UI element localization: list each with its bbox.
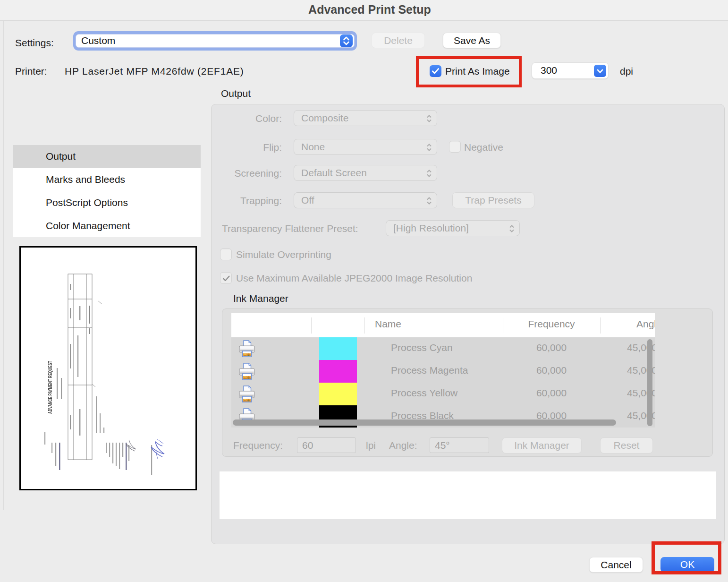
vertical-scrollbar[interactable] — [647, 339, 652, 426]
checkmark-icon — [430, 65, 441, 77]
trap-presets-button: Trap Presets — [452, 192, 534, 208]
flip-label: Flip: — [211, 142, 282, 153]
ink-row-process-magenta: Process Magenta 60,000 45,000 — [231, 360, 655, 383]
trapping-select: Off — [294, 192, 437, 208]
angle-input: 45° — [430, 437, 489, 453]
list-item-output[interactable]: Output — [13, 145, 201, 168]
preview-document: ADVANCE PAYMENT REQUEST — [21, 248, 195, 489]
settings-label: Settings: — [15, 37, 54, 49]
list-item-postscript-options[interactable]: PostScript Options — [13, 191, 201, 214]
lpi-label: lpi — [366, 440, 376, 451]
stepper-up-down-icon — [425, 113, 433, 124]
screening-label: Screening: — [211, 168, 282, 179]
printer-icon — [238, 362, 255, 380]
stepper-up-down-icon — [425, 195, 433, 206]
simulate-overprinting-checkbox — [220, 248, 232, 260]
negative-label: Negative — [464, 142, 503, 153]
preview-doc-title: ADVANCE PAYMENT REQUEST — [47, 361, 53, 414]
ink-manager-heading: Ink Manager — [233, 293, 288, 304]
settings-dropdown-field — [76, 34, 355, 48]
dpi-combobox[interactable]: 300 — [532, 62, 609, 79]
settings-dropdown[interactable]: Custom — [73, 31, 357, 51]
print-as-image-label: Print As Image — [445, 66, 510, 77]
printer-value: HP LaserJet MFP M426fdw (2EF1AE) — [65, 66, 244, 77]
ink-row-process-cyan: Process Cyan 60,000 45,000 — [231, 337, 655, 360]
printer-icon — [238, 340, 255, 358]
checkmark-icon — [220, 273, 232, 284]
frequency-label: Frequency: — [233, 440, 283, 451]
stepper-up-down-icon — [425, 142, 433, 153]
cyan-swatch — [319, 337, 357, 360]
dialog-titlebar: Advanced Print Setup — [0, 0, 728, 21]
ink-table: Name Frequency Angle Process Cyan 60,000… — [231, 313, 655, 428]
printer-icon — [238, 385, 255, 403]
trapping-label: Trapping: — [211, 195, 282, 206]
simulate-overprinting-label: Simulate Overprinting — [236, 249, 331, 260]
window-left-edge — [3, 21, 4, 510]
jpeg2000-checkbox — [220, 272, 232, 284]
list-item-color-management[interactable]: Color Management — [13, 214, 201, 237]
print-as-image-checkbox[interactable] — [430, 65, 441, 77]
reset-button: Reset — [600, 437, 653, 454]
column-header-frequency[interactable]: Frequency — [503, 318, 600, 330]
page-preview-thumbnail: ADVANCE PAYMENT REQUEST — [19, 246, 197, 490]
stepper-up-down-icon — [425, 168, 433, 179]
horizontal-scrollbar[interactable] — [233, 419, 616, 426]
dpi-unit-label: dpi — [620, 66, 633, 77]
stepper-up-down-icon — [508, 223, 516, 234]
settings-dropdown-value: Custom — [81, 35, 115, 46]
jpeg2000-label: Use Maximum Available JPEG2000 Image Res… — [236, 273, 472, 284]
advanced-print-setup-dialog: Advanced Print Setup Settings: Custom De… — [0, 0, 728, 582]
description-box — [220, 471, 716, 519]
options-list: Output Marks and Bleeds PostScript Optio… — [13, 145, 201, 237]
column-header-angle[interactable]: Angle — [636, 318, 655, 330]
negative-checkbox — [449, 141, 461, 153]
cancel-button[interactable]: Cancel — [589, 557, 643, 573]
flip-select: None — [294, 139, 437, 155]
color-label: Color: — [211, 113, 282, 124]
flattener-select: [High Resolution] — [386, 220, 520, 236]
annotation-rect-ok — [652, 541, 721, 574]
delete-button: Delete — [372, 33, 425, 48]
frequency-input: 60 — [297, 437, 356, 453]
dpi-combobox-value: 300 — [541, 65, 557, 76]
save-as-button[interactable]: Save As — [443, 33, 501, 48]
stepper-up-down-icon — [340, 34, 353, 47]
list-item-marks-and-bleeds[interactable]: Marks and Bleeds — [13, 168, 201, 191]
yellow-swatch — [319, 383, 357, 405]
flattener-label: Transparency Flattener Preset: — [222, 223, 358, 234]
color-select: Composite — [294, 110, 437, 126]
angle-label: Angle: — [389, 440, 417, 451]
ink-row-process-yellow: Process Yellow 60,000 45,000 — [231, 383, 655, 405]
ink-manager-button: Ink Manager — [502, 437, 582, 454]
magenta-swatch — [319, 360, 357, 383]
screening-select: Default Screen — [294, 165, 437, 181]
chevron-down-icon[interactable] — [594, 65, 606, 77]
printer-label: Printer: — [15, 66, 47, 77]
ink-table-header: Name Frequency Angle — [231, 313, 655, 337]
output-section-heading: Output — [221, 88, 251, 99]
column-header-name[interactable]: Name — [375, 318, 401, 330]
dialog-title: Advanced Print Setup — [0, 3, 728, 17]
